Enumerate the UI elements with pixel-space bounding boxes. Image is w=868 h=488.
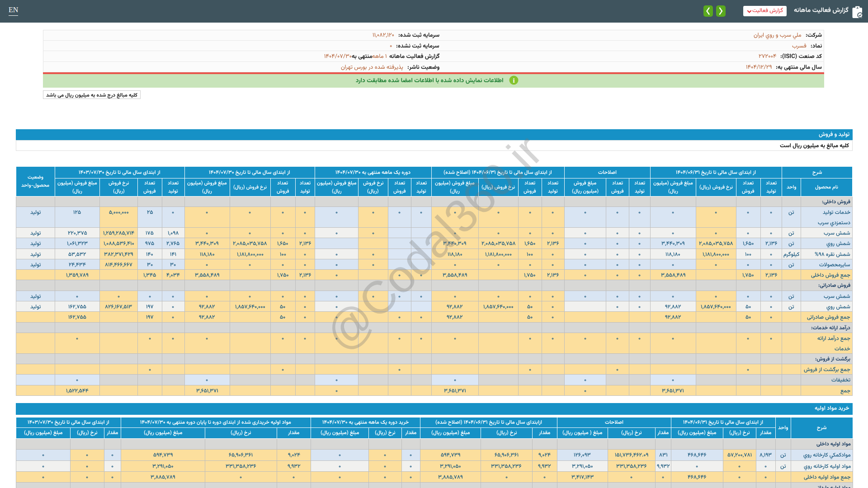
svg-text:i: i [513,77,514,84]
